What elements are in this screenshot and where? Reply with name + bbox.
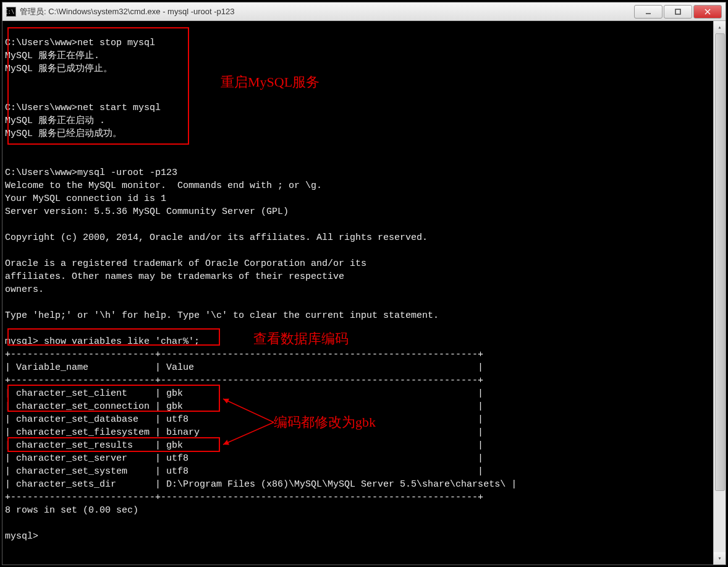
terminal-line: | character_set_filesystem | binary | — [5, 426, 726, 439]
terminal-line: Your MySQL connection id is 1 — [5, 192, 726, 205]
scroll-down-arrow[interactable]: ▾ — [714, 552, 726, 565]
terminal-line: Welcome to the MySQL monitor. Commands e… — [5, 179, 726, 192]
terminal-line: Copyright (c) 2000, 2014, Oracle and/or … — [5, 231, 726, 244]
terminal-line: C:\Users\www>net stop mysql — [5, 36, 726, 49]
vertical-scrollbar[interactable]: ▴ ▾ — [713, 21, 726, 565]
terminal-line: mysql> — [5, 530, 726, 543]
terminal-line: +--------------------------+------------… — [5, 491, 726, 504]
window-icon: C:\. — [6, 7, 16, 17]
terminal-line: owners. — [5, 283, 726, 296]
terminal-line: C:\Users\www>mysql -uroot -p123 — [5, 166, 726, 179]
window-controls — [634, 2, 726, 20]
titlebar[interactable]: C:\. 管理员: C:\Windows\system32\cmd.exe - … — [2, 2, 726, 21]
terminal-line — [5, 296, 726, 309]
terminal-line: MySQL 服务正在停止. — [5, 49, 726, 62]
terminal-line: affiliates. Other names may be trademark… — [5, 270, 726, 283]
terminal-line: C:\Users\www>net start mysql — [5, 101, 726, 114]
terminal-line — [5, 23, 726, 36]
terminal-line: Oracle is a registered trademark of Orac… — [5, 257, 726, 270]
terminal-line: +--------------------------+------------… — [5, 374, 726, 387]
close-button[interactable] — [693, 5, 722, 19]
terminal-line: | character_set_connection | gbk | — [5, 400, 726, 413]
terminal-line — [5, 322, 726, 335]
terminal-line: +--------------------------+------------… — [5, 348, 726, 361]
terminal-output[interactable]: C:\Users\www>net stop mysqlMySQL 服务正在停止.… — [2, 21, 726, 565]
terminal-line: | character_set_server | utf8 | — [5, 452, 726, 465]
terminal-line — [5, 153, 726, 166]
terminal-line: MySQL 服务已经启动成功。 — [5, 127, 726, 140]
terminal-line: Type 'help;' or '\h' for help. Type '\c'… — [5, 309, 726, 322]
terminal-line: mysql> show variables like 'char%'; — [5, 335, 726, 348]
terminal-line: 8 rows in set (0.00 sec) — [5, 504, 726, 517]
terminal-line — [5, 140, 726, 153]
terminal-line: MySQL 服务已成功停止。 — [5, 62, 726, 75]
terminal-line: Server version: 5.5.36 MySQL Community S… — [5, 205, 726, 218]
scroll-up-arrow[interactable]: ▴ — [714, 21, 726, 33]
cmd-window: C:\. 管理员: C:\Windows\system32\cmd.exe - … — [2, 2, 726, 565]
terminal-line — [5, 218, 726, 231]
svg-rect-1 — [675, 9, 680, 14]
terminal-line: | character_set_results | gbk | — [5, 439, 726, 452]
terminal-line: | character_sets_dir | D:\Program Files … — [5, 478, 726, 491]
minimize-button[interactable] — [634, 5, 662, 19]
scroll-thumb[interactable] — [715, 33, 725, 491]
maximize-button[interactable] — [664, 5, 692, 19]
terminal-line — [5, 517, 726, 530]
terminal-line — [5, 88, 726, 101]
terminal-line: | character_set_client | gbk | — [5, 387, 726, 400]
terminal-line: | character_set_database | utf8 | — [5, 413, 726, 426]
terminal-line: MySQL 服务正在启动 . — [5, 114, 726, 127]
terminal-line: | character_set_system | utf8 | — [5, 465, 726, 478]
terminal-line: | Variable_name | Value | — [5, 361, 726, 374]
window-title: 管理员: C:\Windows\system32\cmd.exe - mysql… — [20, 6, 634, 17]
terminal-line — [5, 75, 726, 88]
terminal-line — [5, 244, 726, 257]
